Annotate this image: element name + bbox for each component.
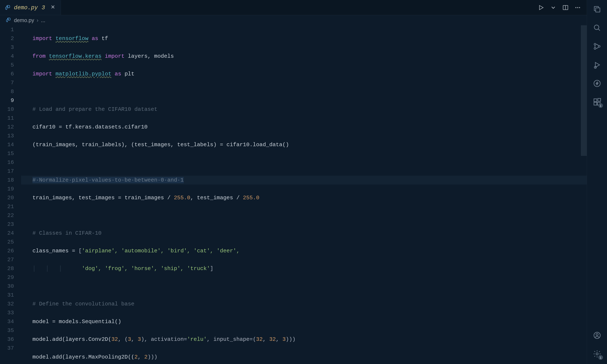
- copy-icon[interactable]: [592, 4, 602, 14]
- svg-rect-16: [598, 98, 600, 101]
- svg-point-7: [594, 25, 599, 30]
- breadcrumb[interactable]: demo.py › ...: [0, 15, 587, 25]
- svg-point-9: [594, 48, 596, 49]
- more-actions-button[interactable]: [575, 4, 581, 11]
- line-number[interactable]: 29: [0, 273, 14, 282]
- thunder-icon[interactable]: [592, 78, 602, 89]
- line-number[interactable]: 4: [0, 52, 14, 61]
- python-file-icon: [6, 17, 11, 23]
- scrollbar[interactable]: [581, 25, 587, 156]
- account-icon[interactable]: [592, 330, 602, 340]
- line-number[interactable]: 26: [0, 247, 14, 255]
- split-editor-button[interactable]: [562, 4, 569, 11]
- line-gutter[interactable]: 1 2 3 4 5 6 7 8 9 10 11 12 13 14 15 16 1…: [0, 25, 21, 364]
- tab-bar: demo.py 3: [0, 0, 587, 15]
- line-number[interactable]: 10: [0, 105, 14, 114]
- line-number[interactable]: 16: [0, 158, 14, 167]
- line-number[interactable]: 6: [0, 69, 14, 78]
- line-number[interactable]: 24: [0, 229, 14, 238]
- line-number[interactable]: 2: [0, 34, 14, 43]
- activity-bar: 1 1: [587, 0, 607, 364]
- line-number[interactable]: 37: [0, 344, 14, 353]
- extensions-icon[interactable]: 1: [592, 97, 602, 107]
- editor-actions: [538, 0, 587, 15]
- line-number[interactable]: 3: [0, 43, 14, 52]
- source-control-icon[interactable]: [592, 41, 602, 52]
- breadcrumb-more[interactable]: ...: [41, 17, 45, 23]
- editor-group: demo.py 3 demo.py › ...: [0, 0, 587, 364]
- svg-point-3: [577, 7, 578, 8]
- breadcrumb-separator: ›: [37, 17, 38, 23]
- tab-demo-py[interactable]: demo.py 3: [0, 0, 61, 15]
- tab-modified-count: 3: [41, 5, 45, 11]
- line-number[interactable]: 23: [0, 220, 14, 229]
- line-number[interactable]: 25: [0, 238, 14, 247]
- debug-icon[interactable]: [592, 60, 602, 70]
- svg-rect-6: [596, 8, 600, 12]
- line-number[interactable]: 9: [0, 96, 14, 105]
- svg-rect-14: [594, 102, 597, 105]
- line-number[interactable]: 14: [0, 140, 14, 149]
- breadcrumb-file[interactable]: demo.py: [14, 17, 34, 23]
- python-file-icon: [5, 5, 11, 11]
- run-button[interactable]: [538, 4, 544, 11]
- line-number[interactable]: 7: [0, 78, 14, 87]
- line-number[interactable]: 13: [0, 131, 14, 140]
- code-area[interactable]: import tensorflow as tf from tensorflow.…: [21, 25, 587, 364]
- line-number[interactable]: 1: [0, 25, 14, 34]
- svg-point-19: [596, 353, 598, 355]
- line-number[interactable]: 34: [0, 317, 14, 326]
- tab-filename: demo.py: [14, 5, 38, 11]
- svg-point-18: [596, 333, 598, 336]
- extensions-badge: 1: [598, 103, 603, 108]
- line-number[interactable]: 18: [0, 176, 14, 184]
- svg-point-5: [8, 18, 8, 19]
- svg-point-0: [7, 6, 7, 6]
- line-number[interactable]: 20: [0, 193, 14, 202]
- line-number[interactable]: 33: [0, 308, 14, 317]
- line-number[interactable]: 35: [0, 326, 14, 335]
- line-number[interactable]: 32: [0, 299, 14, 308]
- line-number[interactable]: 15: [0, 149, 14, 158]
- line-number[interactable]: 5: [0, 61, 14, 69]
- run-dropdown[interactable]: [550, 4, 556, 11]
- line-number[interactable]: 22: [0, 211, 14, 220]
- line-number[interactable]: 17: [0, 167, 14, 176]
- line-number[interactable]: 30: [0, 282, 14, 291]
- line-number[interactable]: 31: [0, 291, 14, 299]
- settings-badge: 1: [598, 355, 603, 360]
- line-number[interactable]: 36: [0, 335, 14, 344]
- editor[interactable]: 1 2 3 4 5 6 7 8 9 10 11 12 13 14 15 16 1…: [0, 25, 587, 364]
- line-number[interactable]: 27: [0, 255, 14, 264]
- line-number[interactable]: 12: [0, 123, 14, 131]
- svg-point-12: [594, 80, 600, 87]
- line-number[interactable]: 21: [0, 202, 14, 211]
- svg-rect-13: [594, 99, 597, 102]
- svg-point-8: [594, 43, 596, 45]
- gear-icon[interactable]: 1: [592, 349, 602, 359]
- search-icon[interactable]: [592, 23, 602, 33]
- line-number[interactable]: 19: [0, 184, 14, 193]
- svg-point-10: [598, 46, 600, 47]
- line-number[interactable]: 11: [0, 114, 14, 123]
- line-number[interactable]: 28: [0, 264, 14, 273]
- svg-point-4: [579, 7, 580, 8]
- line-number[interactable]: 8: [0, 87, 14, 96]
- close-icon[interactable]: [50, 4, 56, 11]
- svg-point-2: [575, 7, 576, 8]
